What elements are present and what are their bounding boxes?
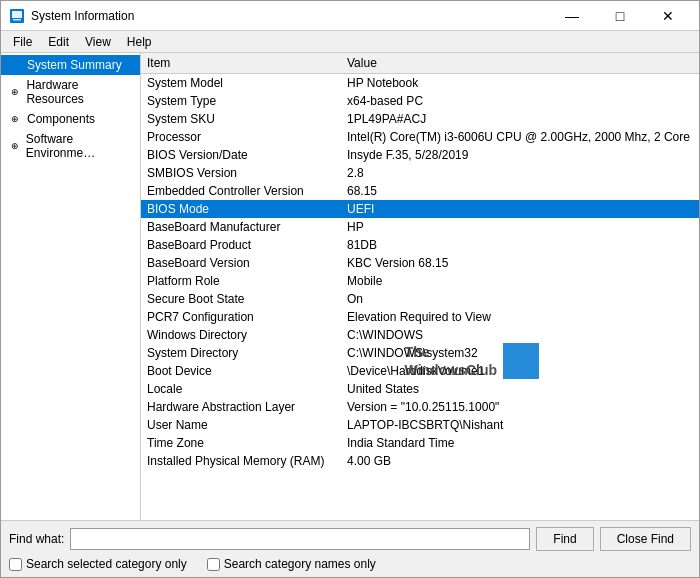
table-cell-item: Boot Device (141, 362, 341, 380)
table-row[interactable]: System Typex64-based PC (141, 92, 699, 110)
table-cell-item: PCR7 Configuration (141, 308, 341, 326)
svg-rect-2 (13, 19, 21, 21)
table-row[interactable]: BaseBoard Product81DB (141, 236, 699, 254)
table-cell-value: 1PL49PA#ACJ (341, 110, 699, 128)
checkbox-selected-category-text: Search selected category only (26, 557, 187, 571)
menu-file[interactable]: File (5, 33, 40, 51)
table-cell-item: BaseBoard Manufacturer (141, 218, 341, 236)
menu-edit[interactable]: Edit (40, 33, 77, 51)
system-information-window: System Information — □ ✕ File Edit View … (0, 0, 700, 578)
maximize-button[interactable]: □ (597, 1, 643, 31)
table-cell-item: BaseBoard Version (141, 254, 341, 272)
table-row[interactable]: System DirectoryC:\WINDOWS\system32 (141, 344, 699, 362)
menu-help[interactable]: Help (119, 33, 160, 51)
table-row[interactable]: System ModelHP Notebook (141, 74, 699, 93)
table-cell-item: System Directory (141, 344, 341, 362)
sidebar-label-software: Software Environme… (26, 132, 134, 160)
table-row[interactable]: BaseBoard VersionKBC Version 68.15 (141, 254, 699, 272)
table-cell-item: System Type (141, 92, 341, 110)
find-label: Find what: (9, 532, 64, 546)
table-row[interactable]: System SKU1PL49PA#ACJ (141, 110, 699, 128)
table-cell-item: Secure Boot State (141, 290, 341, 308)
expand-icon-hw: ⊕ (11, 87, 22, 97)
table-row[interactable]: BaseBoard ManufacturerHP (141, 218, 699, 236)
checkbox-category-names-text: Search category names only (224, 557, 376, 571)
find-input[interactable] (70, 528, 530, 550)
close-button[interactable]: ✕ (645, 1, 691, 31)
window-title: System Information (31, 9, 549, 23)
sidebar-item-system-summary[interactable]: System Summary (1, 55, 140, 75)
table-cell-value: On (341, 290, 699, 308)
menu-view[interactable]: View (77, 33, 119, 51)
table-cell-item: User Name (141, 416, 341, 434)
title-bar: System Information — □ ✕ (1, 1, 699, 31)
table-cell-item: BIOS Mode (141, 200, 341, 218)
checkbox-category-names[interactable] (207, 558, 220, 571)
expand-icon-sw: ⊕ (11, 141, 22, 151)
sidebar-label-system-summary: System Summary (27, 58, 122, 72)
table-row[interactable]: Secure Boot StateOn (141, 290, 699, 308)
table-cell-value: 2.8 (341, 164, 699, 182)
table-row[interactable]: Windows DirectoryC:\WINDOWS (141, 326, 699, 344)
content-wrapper: Item Value System ModelHP NotebookSystem… (141, 53, 699, 520)
table-cell-value: HP (341, 218, 699, 236)
table-row[interactable]: Boot Device\Device\HarddiskVolume1 (141, 362, 699, 380)
table-cell-value: C:\WINDOWS\system32 (341, 344, 699, 362)
checkbox-selected-category[interactable] (9, 558, 22, 571)
table-row[interactable]: Time ZoneIndia Standard Time (141, 434, 699, 452)
col-header-item: Item (141, 53, 341, 74)
table-cell-value: Insyde F.35, 5/28/2019 (341, 146, 699, 164)
table-cell-value: 81DB (341, 236, 699, 254)
close-find-button[interactable]: Close Find (600, 527, 691, 551)
checkbox-selected-category-label[interactable]: Search selected category only (9, 557, 187, 571)
table-cell-item: SMBIOS Version (141, 164, 341, 182)
table-row[interactable]: Hardware Abstraction LayerVersion = "10.… (141, 398, 699, 416)
table-cell-item: Processor (141, 128, 341, 146)
main-content: System Summary ⊕ Hardware Resources ⊕ Co… (1, 53, 699, 520)
table-cell-item: Installed Physical Memory (RAM) (141, 452, 341, 470)
find-row: Find what: Find Close Find (9, 527, 691, 551)
table-row[interactable]: BIOS Version/DateInsyde F.35, 5/28/2019 (141, 146, 699, 164)
table-cell-item: System Model (141, 74, 341, 93)
table-row[interactable]: LocaleUnited States (141, 380, 699, 398)
table-cell-value: LAPTOP-IBCSBRTQ\Nishant (341, 416, 699, 434)
table-row[interactable]: Embedded Controller Version68.15 (141, 182, 699, 200)
sidebar-item-components[interactable]: ⊕ Components (1, 109, 140, 129)
table-cell-value: India Standard Time (341, 434, 699, 452)
col-header-value: Value (341, 53, 699, 74)
table-cell-value: x64-based PC (341, 92, 699, 110)
window-controls: — □ ✕ (549, 1, 691, 31)
table-row[interactable]: Installed Physical Memory (RAM)4.00 GB (141, 452, 699, 470)
table-row[interactable]: BIOS ModeUEFI (141, 200, 699, 218)
find-button[interactable]: Find (536, 527, 593, 551)
table-cell-value: UEFI (341, 200, 699, 218)
table-cell-value: HP Notebook (341, 74, 699, 93)
table-cell-value: United States (341, 380, 699, 398)
expand-icon-comp: ⊕ (11, 114, 23, 124)
data-table: Item Value System ModelHP NotebookSystem… (141, 53, 699, 520)
table-row[interactable]: PCR7 ConfigurationElevation Required to … (141, 308, 699, 326)
sidebar-item-software-env[interactable]: ⊕ Software Environme… (1, 129, 140, 163)
table-row[interactable]: SMBIOS Version2.8 (141, 164, 699, 182)
sidebar-item-hardware-resources[interactable]: ⊕ Hardware Resources (1, 75, 140, 109)
table-cell-value: 68.15 (341, 182, 699, 200)
table-row[interactable]: User NameLAPTOP-IBCSBRTQ\Nishant (141, 416, 699, 434)
table-cell-value: Version = "10.0.25115.1000" (341, 398, 699, 416)
table-row[interactable]: ProcessorIntel(R) Core(TM) i3-6006U CPU … (141, 128, 699, 146)
table-cell-item: System SKU (141, 110, 341, 128)
table-cell-item: BIOS Version/Date (141, 146, 341, 164)
table-row[interactable]: Platform RoleMobile (141, 272, 699, 290)
table-cell-item: Windows Directory (141, 326, 341, 344)
minimize-button[interactable]: — (549, 1, 595, 31)
info-table: Item Value System ModelHP NotebookSystem… (141, 53, 699, 470)
table-cell-item: Embedded Controller Version (141, 182, 341, 200)
table-cell-item: Platform Role (141, 272, 341, 290)
sidebar-label-components: Components (27, 112, 95, 126)
checkbox-category-names-label[interactable]: Search category names only (207, 557, 376, 571)
table-cell-value: Mobile (341, 272, 699, 290)
table-cell-item: Hardware Abstraction Layer (141, 398, 341, 416)
table-cell-item: Locale (141, 380, 341, 398)
table-cell-value: Elevation Required to View (341, 308, 699, 326)
checkbox-row: Search selected category only Search cat… (9, 557, 691, 571)
sidebar: System Summary ⊕ Hardware Resources ⊕ Co… (1, 53, 141, 520)
